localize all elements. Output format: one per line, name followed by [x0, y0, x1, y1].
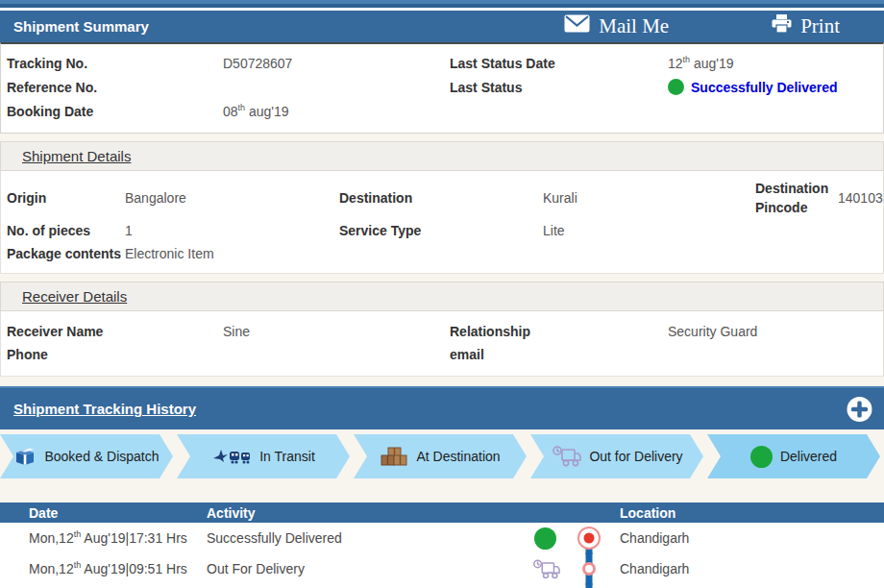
green-dot-icon — [750, 446, 773, 468]
expand-history-button[interactable] — [847, 396, 872, 422]
pieces-value: 1 — [125, 219, 333, 242]
reference-no-value — [223, 75, 444, 99]
event-activity: Out For Delivery — [207, 561, 519, 576]
header-actions: Mail Me Print — [558, 13, 846, 40]
phone-label: Phone — [1, 343, 223, 366]
boxes-icon — [380, 446, 408, 467]
table-header-row: Date Activity Location — [0, 502, 884, 523]
receiver-name-value: Sine — [223, 320, 444, 343]
page-title: Shipment Summary — [0, 18, 149, 35]
stage-in-transit: In Transit — [177, 434, 350, 478]
shipment-details-title[interactable]: Shipment Details — [22, 148, 131, 164]
timeline-node-past — [572, 553, 605, 584]
event-date: Mon,12th Aug'19|09:51 Hrs — [29, 561, 207, 576]
relationship-value: Security Guard — [668, 320, 883, 343]
tracking-progress-bar: Booked & Dispatch In Transit At Destinat… — [0, 434, 884, 478]
last-status-value: Successfully Delivered — [668, 75, 883, 99]
timeline-node-past — [572, 584, 605, 588]
event-activity: Successfully Delivered — [207, 530, 519, 546]
col-date: Date — [29, 505, 207, 521]
transit-icon — [211, 447, 252, 466]
plus-icon — [847, 410, 872, 425]
shipment-details-header: Shipment Details — [0, 141, 884, 171]
phone-value — [223, 343, 444, 366]
origin-value: Bangalore — [125, 177, 333, 219]
stage-delivered: Delivered — [707, 434, 880, 478]
top-border-strip — [0, 0, 884, 8]
receiver-name-label: Receiver Name — [1, 320, 223, 343]
shipment-details-section: Shipment Details Origin Bangalore Destin… — [0, 141, 884, 274]
table-row: Mon,12th Aug'19|17:31 Hrs Successfully D… — [0, 523, 884, 553]
last-status-date-value: 12th aug'19 — [668, 51, 883, 75]
print-button[interactable]: Print — [766, 13, 846, 40]
mail-me-button[interactable]: Mail Me — [558, 13, 675, 39]
envelope-icon — [564, 14, 590, 38]
shipment-summary-header: Shipment Summary Mail Me Print — [0, 11, 884, 42]
email-label: email — [444, 343, 668, 366]
package-contents-value: Electronic Item — [125, 242, 333, 265]
relationship-label: Relationship — [444, 320, 668, 343]
truck-icon — [519, 558, 572, 580]
service-type-label: Service Type — [333, 219, 543, 242]
destination-label: Destination — [333, 177, 543, 219]
tracking-no-label: Tracking No. — [1, 51, 223, 75]
truck-icon — [551, 445, 581, 468]
printer-icon — [772, 14, 792, 39]
destination-pincode-value: 140103 — [838, 177, 883, 219]
receiver-details-section: Receiver Details Receiver Name Sine Rela… — [0, 282, 884, 377]
package-contents-label: Package contents — [1, 242, 125, 265]
service-type-value: Lite — [543, 219, 749, 242]
receiver-details-header: Receiver Details — [0, 282, 884, 311]
tracking-history-title[interactable]: Shipment Tracking History — [13, 401, 196, 417]
destination-pincode-label: Destination Pincode — [749, 177, 838, 219]
pieces-label: No. of pieces — [1, 219, 125, 242]
email-value — [668, 343, 883, 366]
shipment-summary-section: Tracking No. D50728607 Last Status Date … — [0, 42, 884, 134]
last-status-date-label: Last Status Date — [444, 51, 668, 75]
stage-at-destination: At Destination — [354, 434, 527, 478]
package-icon — [13, 446, 37, 467]
col-location: Location — [605, 505, 884, 521]
last-status-label: Last Status — [444, 75, 668, 99]
tracking-history-table: Date Activity Location Mon,12th Aug'19|1… — [0, 502, 884, 588]
booking-date-label: Booking Date — [1, 99, 223, 123]
booking-date-value: 08th aug'19 — [223, 99, 444, 123]
event-location: Chandigarh — [605, 561, 884, 576]
receiver-details-title[interactable]: Receiver Details — [22, 288, 127, 305]
origin-label: Origin — [1, 177, 125, 219]
stage-booked-dispatch: Booked & Dispatch — [0, 434, 173, 478]
stage-out-for-delivery: Out for Delivery — [530, 434, 703, 478]
table-row: Mon,12th Aug'19|09:51 Hrs Out For Delive… — [0, 553, 884, 584]
event-date: Mon,12th Aug'19|17:31 Hrs — [29, 530, 207, 546]
destination-value: Kurali — [543, 177, 749, 219]
timeline-node-current — [572, 523, 605, 553]
col-activity: Activity — [207, 505, 519, 521]
delivered-status-icon — [668, 79, 684, 95]
tracking-no-value: D50728607 — [223, 51, 444, 75]
event-location: Chandigarh — [605, 530, 884, 546]
tracking-history-header: Shipment Tracking History — [0, 386, 884, 429]
green-dot-icon — [519, 527, 572, 550]
reference-no-label: Reference No. — [1, 75, 223, 99]
table-row: Mon,12th Aug'19|08:01 Hrs Received At Fa… — [0, 584, 884, 588]
last-status-link[interactable]: Successfully Delivered — [691, 80, 838, 95]
